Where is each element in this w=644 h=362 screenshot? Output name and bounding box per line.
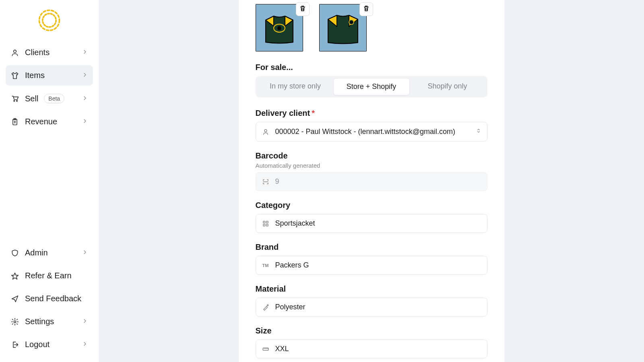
category-label: Category — [256, 201, 487, 210]
product-image-1[interactable]: G — [256, 4, 303, 51]
brand-input[interactable]: TM Packers G — [256, 256, 487, 275]
ruler-icon — [262, 346, 270, 353]
grid-icon — [262, 220, 270, 227]
sidebar-item-label: Refer & Earn — [25, 271, 72, 280]
svg-rect-18 — [263, 224, 265, 226]
user-icon — [262, 128, 270, 136]
chevron-right-icon — [82, 48, 88, 57]
sidebar-item-revenue[interactable]: Revenue — [6, 111, 93, 132]
shirt-icon — [10, 71, 19, 80]
chevron-right-icon — [82, 340, 88, 349]
sale-channel-segmented: In my store only Store + Shopify Shopify… — [256, 76, 487, 97]
barcode-sublabel: Automatically generated — [256, 162, 487, 169]
sidebar-item-clients[interactable]: Clients — [6, 42, 93, 63]
sidebar-item-label: Sell — [25, 94, 38, 103]
sidebar: Clients Items Sell Beta — [0, 0, 99, 362]
chevron-right-icon — [82, 248, 88, 257]
sidebar-item-label: Clients — [25, 48, 50, 57]
size-label: Size — [256, 326, 487, 335]
sidebar-item-label: Settings — [25, 317, 54, 326]
delivery-client-label: Delivery client * — [256, 109, 487, 118]
delivery-client-select[interactable]: 000002 - Paul Wittstock - (lennart.witts… — [256, 122, 487, 142]
barcode-label: Barcode — [256, 151, 487, 160]
chevron-right-icon — [82, 94, 88, 103]
material-input[interactable]: Polyester — [256, 298, 487, 317]
chevron-right-icon — [82, 71, 88, 80]
svg-rect-16 — [263, 221, 265, 223]
logout-icon — [10, 340, 19, 349]
item-form: G G — [239, 0, 504, 362]
seg-store-shopify[interactable]: Store + Shopify — [333, 78, 410, 95]
sidebar-item-logout[interactable]: Logout — [6, 334, 93, 355]
tm-icon: TM — [262, 263, 270, 268]
material-label: Material — [256, 284, 487, 294]
sidebar-item-label: Items — [25, 71, 45, 80]
delete-image-button[interactable] — [359, 2, 373, 16]
for-sale-label: For sale... — [256, 63, 487, 72]
sidebar-item-label: Revenue — [25, 117, 57, 126]
sidebar-item-label: Send Feedback — [25, 294, 81, 303]
svg-marker-7 — [12, 273, 19, 279]
product-images: G G — [256, 0, 487, 51]
svg-text:G: G — [278, 26, 281, 31]
trash-icon — [299, 5, 306, 14]
barcode-value: 9 — [275, 177, 279, 186]
sidebar-item-items[interactable]: Items — [6, 65, 93, 86]
size-value: XXL — [275, 345, 289, 353]
size-input[interactable]: XXL — [256, 339, 487, 358]
nav-bottom: Admin Refer & Earn Send Feedback Setting… — [6, 243, 93, 355]
category-value: Sportsjacket — [275, 219, 315, 228]
chevron-right-icon — [82, 117, 88, 126]
svg-point-4 — [17, 101, 18, 102]
sidebar-item-feedback[interactable]: Send Feedback — [6, 288, 93, 309]
delete-image-button[interactable] — [296, 2, 310, 16]
beta-badge: Beta — [44, 94, 64, 103]
chevron-updown-icon — [476, 127, 481, 136]
user-icon — [10, 48, 19, 57]
svg-point-20 — [267, 304, 268, 306]
svg-rect-17 — [266, 221, 268, 223]
sidebar-item-refer[interactable]: Refer & Earn — [6, 265, 93, 286]
logo-wrapper — [6, 7, 93, 42]
logo — [36, 7, 62, 33]
required-marker: * — [312, 109, 315, 118]
seg-store-only[interactable]: In my store only — [258, 78, 333, 95]
sidebar-item-label: Admin — [25, 248, 48, 257]
svg-rect-19 — [266, 224, 268, 226]
material-value: Polyester — [275, 303, 305, 311]
trash-icon — [363, 5, 370, 14]
scan-icon — [262, 178, 270, 185]
svg-point-3 — [14, 101, 15, 102]
clipboard-icon — [10, 117, 19, 126]
cart-icon — [10, 94, 19, 103]
nav-top: Clients Items Sell Beta — [6, 42, 93, 132]
brand-value: Packers G — [275, 261, 309, 269]
sidebar-item-settings[interactable]: Settings — [6, 311, 93, 332]
svg-point-15 — [264, 130, 267, 132]
category-input[interactable]: Sportsjacket — [256, 214, 487, 233]
svg-point-1 — [43, 14, 56, 27]
sidebar-item-admin[interactable]: Admin — [6, 243, 93, 263]
shield-icon — [10, 249, 19, 257]
needle-icon — [262, 304, 270, 311]
star-icon — [10, 272, 19, 280]
seg-shopify-only[interactable]: Shopify only — [410, 78, 485, 95]
product-image-2[interactable]: G — [319, 4, 367, 51]
chevron-right-icon — [82, 317, 88, 326]
svg-point-2 — [14, 50, 17, 53]
main-content: G G — [99, 0, 644, 362]
svg-point-8 — [14, 321, 16, 323]
svg-text:G: G — [350, 21, 353, 24]
delivery-client-value: 000002 - Paul Wittstock - (lennart.witts… — [275, 128, 455, 136]
brand-label: Brand — [256, 243, 487, 252]
sidebar-item-label: Logout — [25, 340, 50, 349]
barcode-input: 9 — [256, 172, 487, 191]
gear-icon — [10, 317, 19, 326]
send-icon — [10, 294, 19, 303]
sidebar-item-sell[interactable]: Sell Beta — [6, 88, 93, 109]
